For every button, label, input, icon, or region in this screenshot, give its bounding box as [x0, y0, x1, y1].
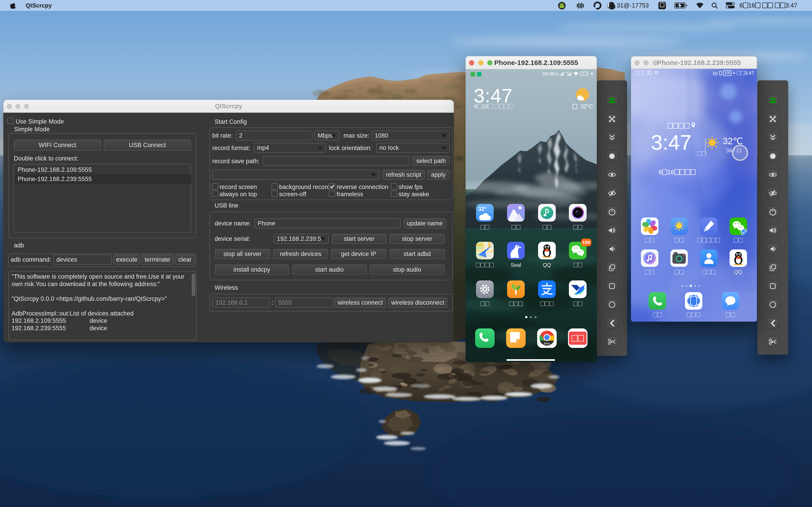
svg-text:HD: HD [566, 71, 569, 73]
svg-text:5: 5 [582, 72, 584, 75]
svg-text:Beta: Beta [544, 342, 550, 345]
svg-text:!: ! [649, 71, 650, 74]
